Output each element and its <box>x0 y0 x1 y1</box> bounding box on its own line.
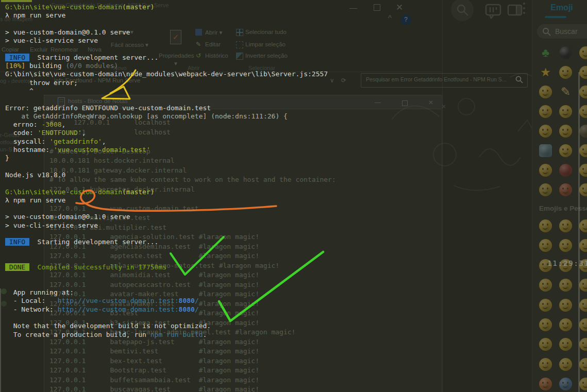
terminal-line <box>5 314 328 322</box>
terminal-line: > vue-custom-domain@0.1.0 serve <box>5 28 328 37</box>
star-emoji[interactable]: ★ <box>539 66 552 79</box>
terminal-line <box>5 20 328 28</box>
beaming-face-emoji[interactable] <box>559 219 572 232</box>
emoji-search-placeholder: Buscar <box>555 27 578 36</box>
tab-emoji[interactable]: Emoji <box>546 3 577 12</box>
notepad-minimize-button[interactable]: — <box>375 99 381 106</box>
screaming-face-emoji[interactable] <box>539 183 552 196</box>
kiss-mark-emoji[interactable] <box>559 164 572 177</box>
terminal-minimize-button[interactable]: — <box>349 3 357 12</box>
terminal-line: - Network: http://vue-custom-domain.test… <box>5 305 328 314</box>
face-with-monocle-emoji[interactable] <box>559 299 572 312</box>
terminal-line: λ npm run serve <box>5 196 328 204</box>
terminal-line: > vue-custom-domain@0.1.0 serve <box>5 213 328 221</box>
pensive-face-emoji[interactable] <box>539 164 552 177</box>
terminal-line: code: 'ENOTFOUND', <box>5 129 328 137</box>
face-blowing-kiss-emoji[interactable] <box>539 86 552 98</box>
help-button[interactable]: ? <box>400 14 411 25</box>
winking-face-tongue-emoji[interactable] <box>559 105 572 118</box>
terminal-line: INFO Starting development server... <box>5 54 328 62</box>
hosts-line: 127.0.0.1 buscavagas.test #laragon magic… <box>49 385 336 392</box>
smirking-face-emoji[interactable] <box>539 318 552 331</box>
terminal-line: > vue-cli-service serve <box>5 221 328 230</box>
explorer-search-icon[interactable] <box>515 76 523 83</box>
loudly-crying-face-emoji[interactable] <box>539 105 552 118</box>
face-with-steam-emoji[interactable] <box>559 358 572 371</box>
gif-chat-icon[interactable] <box>484 3 503 20</box>
terminal-line: [10%] building (0/0 modules) <box>5 62 328 70</box>
face-partial-emoji[interactable] <box>579 299 587 312</box>
terminal-line: G:\bin\site\vue-custom-domain(master) <box>5 3 328 11</box>
hosts-line: 127.0.0.1 bex-text.test #laragon magic! <box>49 356 336 366</box>
terminal-line: Error: getaddrinfo ENOTFOUND vue-custom-… <box>5 104 328 112</box>
terminal-line <box>5 179 328 188</box>
terminal-line: G:\bin\site\vue-custom-domain\node_modul… <box>5 70 328 78</box>
clock-overlay: 11:29:31 <box>547 259 587 267</box>
address-dropdown-icon[interactable]: ∨ <box>330 77 334 84</box>
rofl-face-emoji[interactable] <box>539 125 552 138</box>
terminal-line <box>5 247 328 255</box>
terminal-line <box>5 272 328 280</box>
chevron-up-icon[interactable]: ^ <box>388 13 392 22</box>
terminal-line: Node.js v18.8.0 <box>5 171 328 179</box>
explorer-search-placeholder: Pesquisar em Error Getaddrinfo Enotfound… <box>366 76 507 82</box>
sneezing-face-emoji[interactable] <box>559 125 572 138</box>
terminal-line: INFO Starting development server... <box>5 238 328 246</box>
terminal-maximize-button[interactable] <box>374 4 380 11</box>
emoji-panel-scrollbar[interactable] <box>578 72 580 392</box>
terminal-line <box>5 204 328 213</box>
background-window-close-icon[interactable]: ✕ <box>441 103 446 110</box>
terminal-line <box>5 163 328 171</box>
terminal-line: ^ <box>5 87 328 95</box>
terminal-line: - Local: http://vue-custom-domain.test:8… <box>5 297 328 305</box>
terminal-line <box>5 45 328 53</box>
terminal-line: throw error; <box>5 79 328 87</box>
grinning-face-smiling-eyes-emoji[interactable] <box>559 66 572 79</box>
notepad-maximize-button[interactable] <box>402 100 408 106</box>
writing-hand-emoji[interactable]: ✎ <box>559 86 572 98</box>
tab-emoji-indicator <box>545 16 566 18</box>
terminal-line: App running at: <box>5 288 328 297</box>
emoji-search-icon <box>542 27 551 37</box>
grinning-face-emoji[interactable] <box>539 219 552 232</box>
terminal-line: } <box>5 154 328 162</box>
background-window-edge <box>1 0 32 2</box>
terminal-line: To create a production build, run npm ru… <box>5 331 328 339</box>
terminal-line: λ npm run serve <box>5 11 328 20</box>
split-panel-icon[interactable] <box>507 4 524 16</box>
terminal-line: G:\bin\site\vue-custom-domain(master) <box>5 188 328 196</box>
ice-cube-emoji[interactable] <box>539 144 552 157</box>
terminal-line: errno: -3008, <box>5 121 328 129</box>
refresh-icon[interactable]: ⟳ <box>341 77 346 84</box>
terminal-line: Note that the development build is not o… <box>5 322 328 330</box>
four-leaf-clover-emoji[interactable]: ♣ <box>539 46 552 59</box>
terminal-close-button[interactable]: ✕ <box>396 2 403 13</box>
terminal-line <box>5 230 328 238</box>
search-icon[interactable] <box>456 4 469 17</box>
terminal-line: > vue-cli-service serve <box>5 37 328 45</box>
terminal-line <box>5 95 328 104</box>
angry-red-face-emoji[interactable] <box>559 183 572 196</box>
hosts-line: 127.0.0.1 Bootstrap.test #laragon magic! <box>49 366 336 376</box>
sobbing-face-emoji[interactable] <box>539 358 552 371</box>
face-tears-of-joy-emoji[interactable] <box>559 144 572 157</box>
kebab-menu-icon[interactable] <box>523 3 525 5</box>
screenshot-root: Error Getaddrinfo Enotfound - NPM Run Se… <box>0 0 587 392</box>
terminal-line <box>5 255 328 263</box>
terminal-line: syscall: 'getaddrinfo', <box>5 138 328 146</box>
face-raised-eyebrow-emoji[interactable] <box>539 299 552 312</box>
ninja-emoji[interactable] <box>559 46 572 59</box>
window-edge <box>442 0 443 392</box>
terminal-line: DONE Compiled successfully in 17750ms <box>5 263 328 271</box>
terminal-console[interactable]: G:\bin\site\vue-custom-domain(master)λ n… <box>5 3 328 339</box>
hosts-line: 127.0.0.1 bemtivi.test #laragon magic! <box>49 347 336 356</box>
emoji-section-header: Emojis e Pessoas <box>539 204 587 212</box>
terminal-line: at GetAddrInfoReqWrap.onlookup [as oncom… <box>5 112 328 121</box>
terminal-line <box>5 280 328 288</box>
terminal-line: hostname: 'vue-custom-domain.test' <box>5 146 328 154</box>
hosts-line: 127.0.0.1 buffetsamambaia.test #laragon … <box>49 376 336 385</box>
notepad-close-button[interactable]: ✕ <box>428 99 433 106</box>
unamused-face-emoji[interactable] <box>559 318 572 331</box>
